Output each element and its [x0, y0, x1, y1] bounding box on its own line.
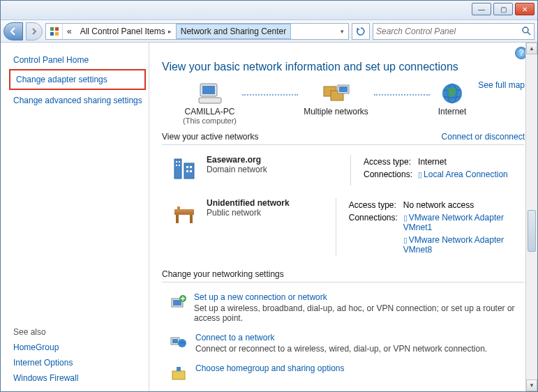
connect-network-icon: [169, 333, 188, 352]
minimize-button[interactable]: —: [472, 3, 491, 15]
public-network-icon: [169, 198, 200, 229]
sidebar-home-link[interactable]: Control Panel Home: [13, 52, 143, 68]
scroll-down-button[interactable]: ▼: [526, 379, 537, 391]
breadcrumb[interactable]: « All Control Panel Items▸ Network and S…: [45, 23, 349, 40]
scroll-thumb[interactable]: [528, 210, 536, 252]
computer-icon: [193, 80, 227, 107]
svg-rect-16: [176, 161, 177, 163]
connection-link[interactable]: VMware Network Adapter VMnet8: [403, 235, 504, 255]
connect-disconnect-link[interactable]: Connect or disconnect: [442, 132, 525, 142]
svg-rect-15: [174, 159, 181, 179]
svg-rect-0: [50, 27, 54, 31]
task-item: Choose homegroup and sharing options: [162, 359, 525, 389]
svg-point-35: [178, 339, 186, 347]
network-name: Easeware.org: [207, 155, 267, 165]
search-input[interactable]: [376, 27, 522, 36]
network-map: See full map CAMILLA-PC (This computer) …: [162, 80, 525, 125]
breadcrumb-prefix[interactable]: «: [63, 24, 76, 39]
page-heading: View your basic network information and …: [162, 61, 525, 73]
svg-rect-27: [176, 215, 179, 223]
svg-rect-22: [190, 166, 192, 168]
active-networks-head: View your active networks Connect or dis…: [162, 132, 525, 142]
svg-rect-18: [176, 165, 177, 166]
networks-label: Multiple networks: [304, 107, 368, 116]
homegroup-icon: [169, 363, 188, 383]
scroll-up-button[interactable]: ▲: [526, 43, 537, 54]
task-setup-connection-link[interactable]: Set up a new connection or network: [194, 292, 525, 302]
task-connect-network-link[interactable]: Connect to a network: [195, 333, 487, 342]
svg-line-5: [528, 32, 530, 35]
adapter-icon: ▯: [403, 213, 408, 222]
svg-rect-2: [50, 32, 54, 36]
breadcrumb-item-all[interactable]: All Control Panel Items▸: [76, 24, 176, 39]
access-type-value: No network access: [403, 199, 523, 211]
internet-label: Internet: [438, 107, 467, 116]
svg-rect-25: [174, 209, 194, 212]
sidebar-seealso-head: See also: [13, 327, 143, 337]
adapter-icon: ▯: [403, 236, 408, 244]
svg-rect-3: [55, 32, 59, 36]
close-button[interactable]: ✕: [515, 3, 535, 15]
svg-rect-7: [202, 86, 215, 94]
task-item: Connect to a network Connect or reconnec…: [162, 329, 525, 359]
sidebar-inetopt-link[interactable]: Internet Options: [13, 355, 143, 370]
network-type: Public network: [207, 208, 290, 218]
svg-rect-34: [172, 339, 178, 343]
svg-rect-28: [190, 215, 193, 223]
breadcrumb-dropdown[interactable]: ▾: [336, 28, 348, 35]
access-type-label: Access type:: [364, 156, 417, 167]
chevron-right-icon: ▸: [168, 28, 172, 35]
svg-rect-12: [339, 86, 348, 92]
connection-link[interactable]: VMware Network Adapter VMnet1: [403, 213, 504, 232]
computer-name: CAMILLA-PC: [185, 107, 235, 116]
internet-icon: [435, 80, 469, 107]
sidebar-firewall-link[interactable]: Windows Firewall: [13, 370, 143, 386]
sidebar-adapter-link[interactable]: Change adapter settings: [9, 69, 146, 90]
main-panel: ? View your basic network information an…: [149, 43, 537, 391]
task-item: Set up a new connection or network Set u…: [162, 288, 525, 329]
navbar: « All Control Panel Items▸ Network and S…: [1, 20, 537, 43]
svg-rect-24: [190, 170, 192, 172]
computer-sub: (This computer): [183, 116, 237, 125]
see-full-map-link[interactable]: See full map: [478, 80, 525, 90]
titlebar: — ▢ ✕: [1, 1, 537, 20]
new-connection-icon: [169, 292, 187, 312]
forward-button[interactable]: [26, 22, 43, 40]
search-box[interactable]: [373, 23, 535, 40]
maximize-button[interactable]: ▢: [493, 3, 513, 15]
network-type: Domain network: [207, 165, 267, 174]
search-icon: [522, 27, 531, 36]
svg-rect-21: [186, 166, 188, 168]
connections-label: Connections:: [364, 169, 417, 180]
svg-rect-37: [177, 367, 181, 371]
svg-rect-36: [172, 371, 185, 379]
svg-rect-20: [184, 163, 194, 179]
svg-rect-17: [179, 161, 180, 163]
breadcrumb-item-current[interactable]: Network and Sharing Center: [176, 24, 291, 39]
svg-rect-8: [199, 98, 221, 103]
access-type-label: Access type:: [349, 199, 402, 211]
access-type-value: Internet: [418, 156, 512, 167]
network-name: Unidentified network: [207, 198, 290, 208]
svg-rect-1: [55, 27, 59, 31]
connection-line: [242, 94, 298, 96]
task-homegroup-link[interactable]: Choose homegroup and sharing options: [195, 363, 344, 373]
back-button[interactable]: [3, 22, 23, 40]
network-row: Unidentified network Public network Acce…: [162, 194, 525, 265]
networking-settings-head: Change your networking settings: [162, 269, 525, 279]
sidebar-advanced-link[interactable]: Change advanced sharing settings: [13, 93, 143, 108]
connection-link[interactable]: Local Area Connection: [424, 169, 508, 179]
svg-rect-19: [179, 165, 180, 166]
task-desc: Set up a wireless, broadband, dial-up, a…: [194, 303, 525, 323]
task-desc: Connect or reconnect to a wireless, wire…: [195, 344, 487, 354]
svg-rect-23: [186, 170, 188, 172]
refresh-button[interactable]: [352, 23, 370, 40]
scrollbar[interactable]: ▲ ▼: [525, 43, 537, 391]
sidebar-homegroup-link[interactable]: HomeGroup: [13, 340, 143, 355]
networks-icon: [320, 80, 353, 107]
control-panel-icon: [46, 24, 63, 39]
domain-network-icon: [169, 155, 200, 186]
adapter-icon: ▯: [418, 170, 422, 179]
svg-point-4: [523, 27, 528, 33]
svg-rect-26: [174, 212, 194, 215]
